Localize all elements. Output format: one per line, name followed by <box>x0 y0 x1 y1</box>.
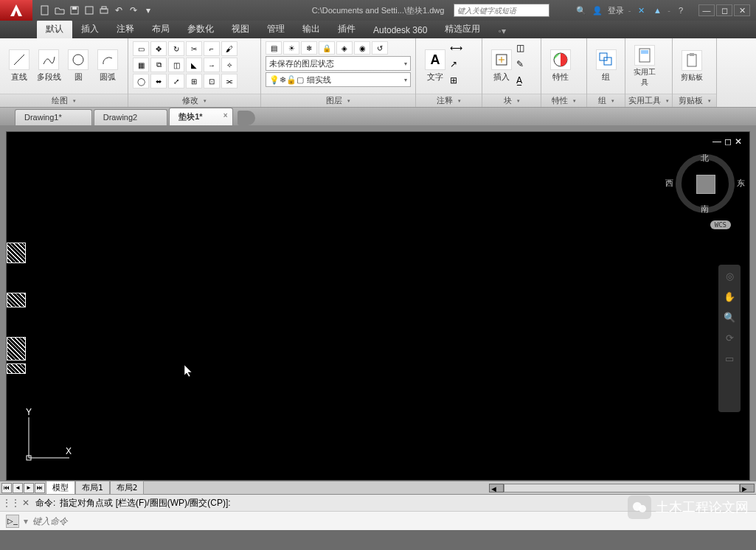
close-tab-icon[interactable]: × <box>223 111 228 119</box>
hscrollbar[interactable] <box>504 484 740 492</box>
move-icon[interactable]: ✥ <box>150 41 167 56</box>
redo-icon[interactable]: ↷ <box>127 4 140 17</box>
hscroll-right[interactable]: ► <box>740 484 755 492</box>
panel-layer-label[interactable]: 图层 <box>261 94 415 107</box>
layer-prop-icon[interactable]: ▤ <box>266 41 282 55</box>
layout-tab-2[interactable]: 布局2 <box>110 481 145 495</box>
doc-tab-3[interactable]: 垫块1*× <box>169 108 232 125</box>
panel-util-label[interactable]: 实用工具 <box>625 94 672 107</box>
panel-draw-label[interactable]: 绘图 <box>0 94 128 107</box>
nav-orbit-icon[interactable]: ⟳ <box>723 331 736 344</box>
edit-block-icon[interactable]: ✎ <box>516 59 534 74</box>
offset-icon[interactable]: ⊡ <box>204 74 220 88</box>
mirror-icon[interactable]: ◫ <box>168 58 184 72</box>
doc-tab-2[interactable]: Drawing2 <box>94 109 167 125</box>
app-logo[interactable] <box>0 0 32 21</box>
drawing-canvas[interactable]: — ◻ ✕ 北 南 东 西 WCS ◎ ✋ 🔍 ⟳ ▭ <box>6 131 750 481</box>
array-icon[interactable]: ⊞ <box>186 74 202 88</box>
layout-tab-1[interactable]: 布局1 <box>75 481 110 495</box>
wcs-label[interactable]: WCS <box>710 220 731 229</box>
hatch-icon[interactable]: ▦ <box>133 58 149 72</box>
utilities-button[interactable]: 实用工具 <box>630 43 659 89</box>
group-button[interactable]: 组 <box>592 48 620 84</box>
close-button[interactable]: ✕ <box>734 4 750 16</box>
layer-off-icon[interactable]: ☀ <box>283 41 299 55</box>
line-button[interactable]: 直线 <box>4 48 34 84</box>
ribbon-more-icon[interactable]: ◦▾ <box>493 24 510 38</box>
ellipse-icon[interactable]: ◯ <box>133 74 149 88</box>
scale-icon[interactable]: ⤢ <box>168 74 184 88</box>
cmd-prompt-icon[interactable]: ▷_ <box>6 515 19 528</box>
help-icon[interactable]: ? <box>675 4 687 16</box>
layout-nav-prev-icon[interactable]: ◄ <box>13 483 23 493</box>
dim-linear-icon[interactable]: ⟷ <box>450 43 471 58</box>
layout-tab-model[interactable]: 模型 <box>46 481 75 495</box>
tab-manage[interactable]: 管理 <box>258 20 294 38</box>
nav-pan-icon[interactable]: ✋ <box>723 290 736 303</box>
clipboard-button[interactable]: 剪贴板 <box>677 49 707 84</box>
layout-nav-next-icon[interactable]: ► <box>24 483 34 493</box>
ucs-icon[interactable]: Y X <box>21 414 73 465</box>
polyline-button[interactable]: 多段线 <box>34 48 63 84</box>
stretch-icon[interactable]: ⬌ <box>150 74 167 88</box>
exchange-icon[interactable]: ✕ <box>635 4 647 16</box>
saveas-icon[interactable] <box>83 4 96 17</box>
viewcube-north[interactable]: 北 <box>701 153 709 164</box>
rotate-icon[interactable]: ↻ <box>168 41 184 56</box>
layout-nav-first-icon[interactable]: ⏮ <box>1 483 12 493</box>
panel-annot-label[interactable]: 注释 <box>416 94 482 107</box>
tab-layout[interactable]: 布局 <box>143 20 178 38</box>
circle-button[interactable]: 圆 <box>63 48 93 84</box>
insert-block-button[interactable]: 插入 <box>487 48 516 84</box>
binoculars-icon[interactable]: 🔍 <box>575 4 587 16</box>
new-doc-tab-button[interactable] <box>237 111 255 125</box>
viewcube-east[interactable]: 东 <box>737 178 745 189</box>
login-label[interactable]: 登录 <box>608 5 624 16</box>
table-icon[interactable]: ⊞ <box>450 75 471 90</box>
viewcube-south[interactable]: 南 <box>701 203 709 215</box>
nav-wheel-icon[interactable]: ◎ <box>723 269 736 282</box>
undo-icon[interactable]: ↶ <box>112 4 125 17</box>
properties-button[interactable]: 特性 <box>546 48 575 84</box>
vp-close-icon[interactable]: ✕ <box>735 136 742 147</box>
extend-icon[interactable]: → <box>204 58 220 72</box>
tab-parametric[interactable]: 参数化 <box>178 20 223 38</box>
panel-clip-label[interactable]: 剪贴板 <box>673 94 716 107</box>
qat-dropdown-icon[interactable]: ▾ <box>142 4 155 17</box>
open-icon[interactable] <box>53 4 66 17</box>
tab-output[interactable]: 输出 <box>294 20 329 38</box>
layer-prev-icon[interactable]: ↺ <box>372 41 388 55</box>
viewcube-west[interactable]: 西 <box>665 178 673 189</box>
vp-maximize-icon[interactable]: ◻ <box>724 136 732 147</box>
layout-nav-last-icon[interactable]: ⏭ <box>35 483 45 493</box>
viewcube[interactable]: 北 南 东 西 <box>676 154 735 213</box>
create-block-icon[interactable]: ◫ <box>516 43 534 58</box>
hscroll-left[interactable]: ◄ <box>489 484 504 492</box>
text-button[interactable]: A文字 <box>420 48 450 84</box>
tab-featured[interactable]: 精选应用 <box>436 20 489 38</box>
doc-tab-1[interactable]: Drawing1* <box>15 109 92 125</box>
vp-minimize-icon[interactable]: — <box>712 136 721 147</box>
save-icon[interactable] <box>68 4 81 17</box>
copy-icon[interactable]: ⧉ <box>150 58 167 72</box>
arc-button[interactable]: 圆弧 <box>93 48 122 84</box>
user-icon[interactable]: 👤 <box>592 4 603 16</box>
attr-icon[interactable]: A̲ <box>516 75 534 90</box>
tab-annotate[interactable]: 注释 <box>108 20 143 38</box>
fillet-icon[interactable]: ⌐ <box>204 41 220 56</box>
nav-zoom-icon[interactable]: 🔍 <box>723 310 736 324</box>
hatched-shape[interactable] <box>7 243 26 263</box>
tab-insert[interactable]: 插入 <box>72 20 108 38</box>
maximize-button[interactable]: ◻ <box>716 4 732 16</box>
cmd-close-icon[interactable]: ✕ <box>21 498 31 508</box>
cmd-grip-icon[interactable]: ⋮⋮ <box>6 498 16 508</box>
print-icon[interactable] <box>97 4 111 17</box>
layer-lock-icon[interactable]: 🔒 <box>319 41 335 55</box>
rect-icon[interactable]: ▭ <box>133 41 149 56</box>
layer-freeze-icon[interactable]: ❄ <box>301 41 317 55</box>
tab-view[interactable]: 视图 <box>223 20 258 38</box>
explode-icon[interactable]: ✧ <box>221 58 237 72</box>
nav-showmotion-icon[interactable]: ▭ <box>723 352 736 365</box>
hatched-shape[interactable] <box>7 337 26 361</box>
leader-icon[interactable]: ↗ <box>450 59 471 74</box>
